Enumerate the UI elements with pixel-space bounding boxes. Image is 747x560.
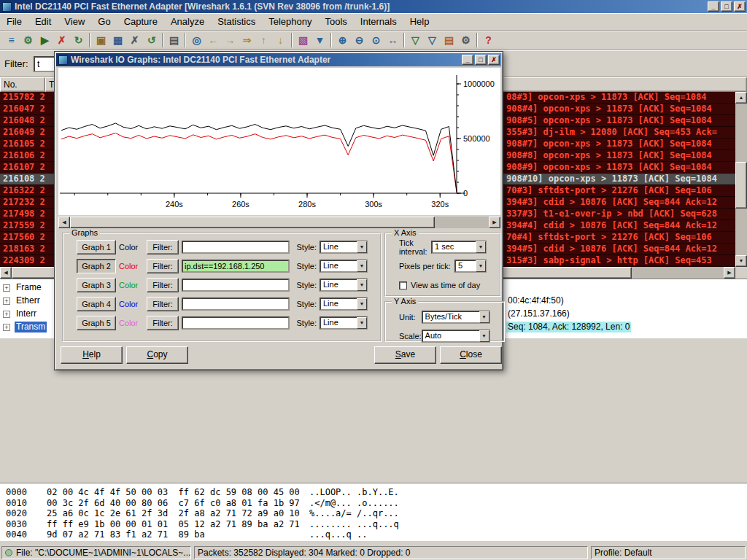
minimize-button[interactable]: _ xyxy=(708,1,719,12)
vscroll-thumb[interactable] xyxy=(735,162,747,209)
graph-style-select[interactable]: Line▼ xyxy=(320,260,368,273)
dialog-minimize-button[interactable]: _ xyxy=(462,55,473,65)
autoscroll-icon[interactable]: ▼ xyxy=(311,32,328,49)
hex-line[interactable]: 0030ff ff e9 1b 00 00 01 01 05 12 a2 71 … xyxy=(0,519,747,530)
menu-telephony[interactable]: Telephony xyxy=(262,14,318,29)
graph-filter-input[interactable] xyxy=(182,279,290,292)
preferences-icon[interactable]: ⚙ xyxy=(457,32,474,49)
scale-select[interactable]: Auto ▼ xyxy=(422,330,490,343)
close-button[interactable]: ✗ xyxy=(734,1,746,12)
status-profile[interactable]: Profile: Default xyxy=(591,546,746,559)
graph-filter-input[interactable] xyxy=(182,298,290,311)
hex-line[interactable]: 001000 3c 2f 6d 40 00 80 06 c7 6f c0 a8 … xyxy=(0,498,747,509)
menu-tools[interactable]: Tools xyxy=(318,14,353,29)
dropdown-icon[interactable]: ▼ xyxy=(357,241,367,253)
resize-columns-icon[interactable]: ↔ xyxy=(384,32,401,49)
dropdown-icon[interactable]: ▼ xyxy=(476,260,486,272)
menu-analyze[interactable]: Analyze xyxy=(164,14,211,29)
graph-scroll-left-icon[interactable]: ◀ xyxy=(58,217,70,228)
menu-file[interactable]: File xyxy=(0,14,28,29)
dropdown-icon[interactable]: ▼ xyxy=(479,330,489,342)
reload-capture-icon[interactable]: ↺ xyxy=(143,32,160,49)
save-button[interactable]: Save xyxy=(374,346,436,364)
expander-icon[interactable]: + xyxy=(3,311,10,318)
menu-capture[interactable]: Capture xyxy=(117,14,164,29)
window-titlebar[interactable]: Intel DC21140 PCI Fast Ethernet Adapter … xyxy=(0,0,747,13)
help-button[interactable]: Help xyxy=(61,346,123,364)
go-forward-icon[interactable]: → xyxy=(222,32,239,49)
menu-edit[interactable]: Edit xyxy=(28,14,58,29)
scroll-up-icon[interactable]: ▲ xyxy=(735,92,747,104)
go-first-icon[interactable]: ↑ xyxy=(255,32,272,49)
copy-button[interactable]: Copy xyxy=(126,346,188,364)
graph-filter-button[interactable]: Filter: xyxy=(147,316,179,330)
dialog-close-action-button[interactable]: Close xyxy=(440,346,502,364)
capture-options-icon[interactable]: ⚙ xyxy=(20,32,36,49)
graph-1-button[interactable]: Graph 1 xyxy=(77,240,116,254)
dialog-titlebar[interactable]: Wireshark IO Graphs: Intel DC21140 PCI F… xyxy=(56,53,501,66)
pixels-per-tick-select[interactable]: 5 ▼ xyxy=(454,260,487,273)
graph-filter-button[interactable]: Filter: xyxy=(147,297,179,311)
graph-style-select[interactable]: Line▼ xyxy=(320,316,368,330)
go-back-icon[interactable]: ← xyxy=(205,32,222,49)
expander-icon[interactable]: + xyxy=(3,324,10,331)
dropdown-icon[interactable]: ▼ xyxy=(476,241,486,253)
go-last-icon[interactable]: ↓ xyxy=(272,32,289,49)
graph-style-select[interactable]: Line▼ xyxy=(320,241,368,254)
graph-style-select[interactable]: Line▼ xyxy=(320,298,368,311)
menu-internals[interactable]: Internals xyxy=(354,14,403,29)
graph-filter-button[interactable]: Filter: xyxy=(147,240,179,254)
display-filters-icon[interactable]: ▽ xyxy=(424,32,441,49)
graph-3-button[interactable]: Graph 3 xyxy=(77,278,116,292)
find-packet-icon[interactable]: ◎ xyxy=(188,32,205,49)
print-icon[interactable]: ▤ xyxy=(166,32,182,49)
capture-stop-icon[interactable]: ✗ xyxy=(53,32,70,49)
graph-scroll-right-icon[interactable]: ▶ xyxy=(489,217,500,228)
column-header-no[interactable]: No. xyxy=(0,77,45,92)
graph-filter-input[interactable] xyxy=(182,316,290,330)
zoom-out-icon[interactable]: ⊖ xyxy=(351,32,368,49)
go-to-packet-icon[interactable]: ⇒ xyxy=(239,32,255,49)
menu-view[interactable]: View xyxy=(58,14,91,29)
menu-statistics[interactable]: Statistics xyxy=(211,14,262,29)
graph-filter-button[interactable]: Filter: xyxy=(147,259,179,273)
menu-go[interactable]: Go xyxy=(91,14,117,29)
graph-2-button[interactable]: Graph 2 xyxy=(77,259,116,273)
zoom-in-icon[interactable]: ⊕ xyxy=(334,32,351,49)
save-capture-icon[interactable]: ▦ xyxy=(109,32,126,49)
graph-filter-button[interactable]: Filter: xyxy=(147,278,179,292)
scroll-right-icon[interactable]: ▶ xyxy=(724,267,735,279)
graph-hscrollbar[interactable]: ◀ ▶ xyxy=(58,217,500,228)
coloring-rules-icon[interactable]: ▤ xyxy=(441,32,457,49)
expert-info-icon[interactable] xyxy=(5,549,12,556)
hex-line[interactable]: 002025 a6 0c 1c 2e 61 2f 3d 2f a8 a2 71 … xyxy=(0,508,747,519)
maximize-button[interactable]: □ xyxy=(721,1,732,12)
menu-help[interactable]: Help xyxy=(403,14,436,29)
tick-interval-select[interactable]: 1 sec ▼ xyxy=(431,241,487,254)
graph-5-button[interactable]: Graph 5 xyxy=(77,316,116,330)
expander-icon[interactable]: + xyxy=(3,284,10,292)
list-interfaces-icon[interactable]: ≡ xyxy=(3,32,20,49)
close-capture-icon[interactable]: ✗ xyxy=(126,32,143,49)
help-icon[interactable]: ? xyxy=(480,32,497,49)
dropdown-icon[interactable]: ▼ xyxy=(357,317,367,329)
capture-filters-icon[interactable]: ▽ xyxy=(407,32,424,49)
scroll-down-icon[interactable]: ▼ xyxy=(735,255,747,267)
hex-line[interactable]: 000002 00 4c 4f 4f 50 00 03 ff 62 dc 59 … xyxy=(0,487,747,498)
colorize-icon[interactable]: ▧ xyxy=(295,32,311,49)
dialog-close-button[interactable]: ✗ xyxy=(488,55,500,65)
dropdown-icon[interactable]: ▼ xyxy=(479,311,489,323)
view-time-of-day-checkbox[interactable] xyxy=(399,281,407,289)
unit-select[interactable]: Bytes/Tick ▼ xyxy=(422,311,490,324)
dialog-maximize-button[interactable]: □ xyxy=(475,55,487,65)
scroll-left-icon[interactable]: ◀ xyxy=(0,267,12,279)
open-capture-icon[interactable]: ▣ xyxy=(93,32,109,49)
expander-icon[interactable]: + xyxy=(3,298,10,305)
graph-hscroll-thumb[interactable] xyxy=(70,217,435,228)
dropdown-icon[interactable]: ▼ xyxy=(357,260,367,272)
graph-4-button[interactable]: Graph 4 xyxy=(77,297,116,311)
graph-filter-input[interactable]: ip.dst==192.168.1.250 xyxy=(182,260,290,273)
capture-start-icon[interactable]: ▶ xyxy=(36,32,53,49)
dropdown-icon[interactable]: ▼ xyxy=(357,279,367,291)
capture-restart-icon[interactable]: ↻ xyxy=(70,32,87,49)
